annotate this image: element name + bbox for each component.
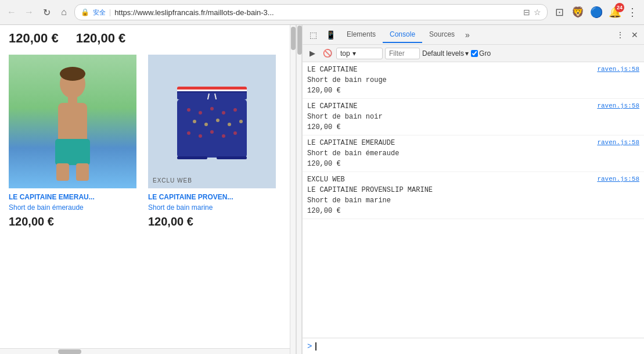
forward-button[interactable]: → [22, 5, 36, 19]
refresh-button[interactable]: ↻ [39, 5, 53, 19]
devtools-close-button[interactable]: ✕ [628, 28, 642, 42]
panel-scrollbar[interactable] [296, 25, 302, 354]
website-panel: 120,00 € 120,00 € [0, 25, 296, 354]
console-source-link[interactable]: raven.js:58 [597, 139, 639, 146]
vertical-scrollbar[interactable] [290, 25, 296, 354]
block-button[interactable]: 🚫 [321, 47, 334, 60]
svg-point-30 [210, 130, 214, 134]
console-source-link[interactable]: raven.js:58 [597, 176, 639, 183]
svg-rect-3 [68, 95, 77, 104]
notification-badge: 24 [615, 3, 624, 12]
svg-point-26 [228, 123, 231, 126]
svg-point-28 [187, 131, 190, 135]
svg-point-27 [239, 120, 243, 123]
nav-bar: ← → ↻ ⌂ 🔒 安全 | https://www.leslipfrancai… [0, 0, 644, 24]
mobile-icon-button[interactable]: 📱 [322, 27, 339, 43]
product-2-desc[interactable]: Short de bain marine [148, 203, 276, 212]
browser-toolbar-right: ⊡ 🦁 🔵 🔔 24 ⋮ [551, 4, 639, 20]
tab-console[interactable]: Console [383, 27, 422, 43]
context-arrow-icon: ▾ [352, 49, 356, 58]
svg-point-2 [60, 67, 85, 81]
panel-scroll-thumb[interactable] [297, 26, 302, 55]
more-tabs-button[interactable]: » [462, 28, 473, 42]
filter-input[interactable] [385, 48, 420, 59]
product-2-name[interactable]: LE CAPITAINE PROVEN... [148, 193, 276, 201]
console-entry: LE CAPITAINEShort de bain rouge120,00 €r… [303, 62, 644, 99]
product-1-desc[interactable]: Short de bain émeraude [9, 203, 136, 212]
scroll-thumb[interactable] [291, 27, 296, 50]
translate-icon[interactable]: ⊟ [523, 8, 530, 17]
main-area: 120,00 € 120,00 € [0, 25, 644, 354]
address-bar[interactable]: 🔒 安全 | https://www.leslipfrancais.fr/mai… [74, 4, 548, 20]
svg-point-24 [204, 123, 208, 126]
svg-rect-6 [56, 163, 69, 181]
svg-point-31 [222, 134, 225, 138]
top-prices: 120,00 € 120,00 € [9, 31, 287, 46]
devtools-panel: ⬚ 📱 Elements Console Sources » ⋮ ✕ ▶ 🚫 t… [302, 25, 644, 354]
console-output: LE CAPITAINEShort de bain rouge120,00 €r… [303, 62, 644, 338]
chrome-icon[interactable]: 🔵 [588, 4, 605, 20]
horizontal-scrollbar[interactable] [0, 348, 290, 354]
svg-rect-12 [177, 92, 247, 99]
separator: | [109, 8, 111, 16]
cast-icon[interactable]: ⊡ [551, 4, 567, 20]
svg-point-22 [233, 108, 237, 112]
execute-button[interactable]: ▶ [306, 47, 319, 60]
price-top-2: 120,00 € [76, 31, 126, 46]
console-prompt: > [307, 342, 312, 351]
bookmark-icon[interactable]: ☆ [534, 8, 541, 17]
console-entry: LE CAPITAINEShort de bain noir120,00 €ra… [303, 99, 644, 135]
console-entry-text: LE CAPITAINE EMERAUDEShort de bain émera… [307, 138, 592, 169]
product-image-2: EXCLU WEB [148, 55, 276, 188]
security-badge: 安全 [93, 8, 106, 17]
console-entry-text: LE CAPITAINEShort de bain rouge120,00 € [307, 65, 592, 96]
product-1-price: 120,00 € [9, 215, 136, 228]
group-checkbox-label[interactable]: Gro [471, 49, 491, 58]
back-button[interactable]: ← [5, 5, 19, 19]
price-top-1: 120,00 € [9, 31, 59, 46]
home-button[interactable]: ⌂ [57, 5, 71, 19]
console-entry: LE CAPITAINE EMERAUDEShort de bain émera… [303, 135, 644, 172]
context-value: top [340, 49, 350, 58]
cursor-icon-button[interactable]: ⬚ [305, 27, 321, 43]
console-cursor [315, 342, 316, 351]
product-card-2[interactable]: EXCLU WEB LE CAPITAINE PROVEN... Short d… [148, 55, 276, 228]
svg-point-29 [199, 134, 202, 138]
product-image-1 [9, 55, 136, 188]
extension-icon[interactable]: 🦁 [570, 4, 586, 20]
svg-point-23 [193, 120, 196, 123]
levels-button[interactable]: Default levels ▾ [422, 49, 469, 58]
tab-elements[interactable]: Elements [340, 27, 383, 43]
chrome-menu-button[interactable]: ⋮ [625, 5, 639, 19]
product-card-1[interactable]: LE CAPITAINE EMERAU... Short de bain éme… [9, 55, 136, 228]
product-1-name[interactable]: LE CAPITAINE EMERAU... [9, 193, 136, 201]
h-scroll-thumb[interactable] [58, 349, 81, 354]
svg-rect-4 [58, 103, 87, 144]
console-toolbar: ▶ 🚫 top ▾ Default levels ▾ Gro [303, 45, 644, 62]
svg-point-21 [222, 111, 225, 115]
svg-point-18 [187, 108, 190, 112]
products-grid: LE CAPITAINE EMERAU... Short de bain éme… [9, 55, 287, 228]
group-label: Gro [479, 49, 491, 58]
notification-icon[interactable]: 🔔 24 [607, 4, 623, 20]
browser-chrome: ← → ↻ ⌂ 🔒 安全 | https://www.leslipfrancai… [0, 0, 644, 25]
context-selector[interactable]: top ▾ [336, 48, 383, 59]
console-input-row: > [303, 338, 644, 354]
console-source-link[interactable]: raven.js:58 [597, 66, 639, 73]
svg-rect-7 [76, 163, 89, 181]
levels-arrow-icon: ▾ [465, 49, 469, 58]
svg-point-19 [199, 111, 202, 115]
console-source-link[interactable]: raven.js:58 [597, 102, 639, 109]
svg-point-20 [210, 107, 214, 110]
svg-point-32 [233, 131, 237, 135]
tab-sources[interactable]: Sources [422, 27, 462, 43]
console-entry-text: LE CAPITAINEShort de bain noir120,00 € [307, 101, 592, 133]
svg-rect-5 [55, 139, 90, 165]
svg-rect-33 [177, 156, 207, 159]
product-2-price: 120,00 € [148, 215, 276, 228]
url-display: https://www.leslipfrancais.fr/maillots-d… [114, 8, 520, 17]
devtools-menu-button[interactable]: ⋮ [613, 28, 628, 42]
group-checkbox[interactable] [471, 50, 478, 57]
exclu-badge: EXCLU WEB [153, 177, 192, 184]
person-svg [26, 58, 119, 185]
